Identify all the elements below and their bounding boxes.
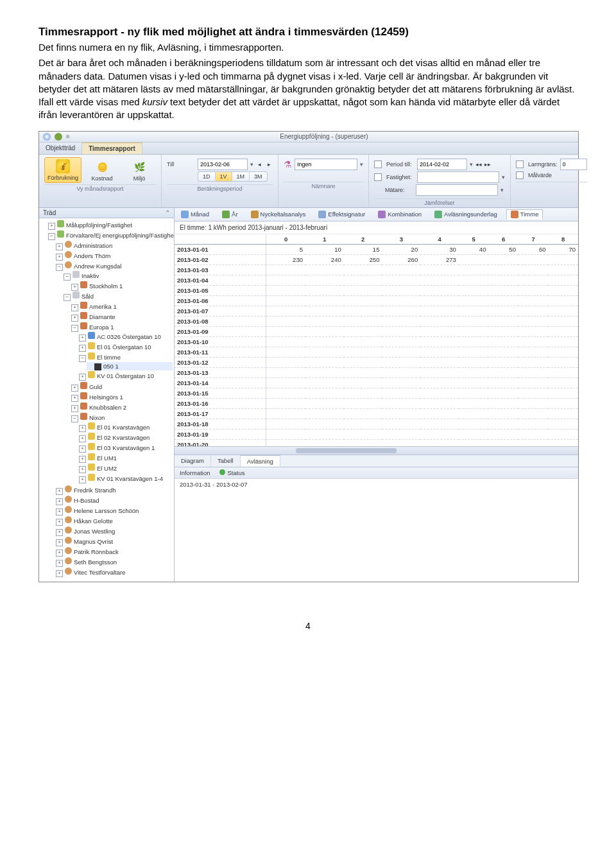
doc-icon — [434, 211, 442, 218]
dropdown-icon[interactable]: ▾ — [501, 187, 504, 193]
tab-objekttrad[interactable]: Objektträd — [39, 143, 82, 154]
fastighet-check[interactable] — [374, 173, 382, 181]
next-icon[interactable]: ▸ — [266, 161, 273, 168]
upper-tabs: Objektträd Timmesrapport — [39, 143, 578, 155]
larmgrans-input[interactable] — [560, 159, 587, 170]
malvarde-check[interactable] — [516, 171, 524, 179]
seg-1d[interactable]: 1D — [198, 172, 216, 181]
flask-icon: ⚗ — [284, 159, 292, 169]
lower-tab-tabell[interactable]: Tabell — [211, 455, 241, 467]
window-title: Energiuppföljning - (superuser) — [280, 133, 368, 140]
till-date-input[interactable] — [198, 159, 248, 170]
status-dot-icon — [219, 469, 225, 475]
status-label[interactable]: Status — [228, 469, 245, 476]
bag-icon: 💰 — [56, 159, 70, 173]
titlebar: ≡ Energiuppföljning - (superuser) — [39, 132, 578, 143]
tab-timme[interactable]: Timme — [506, 209, 543, 220]
period-till-input[interactable] — [417, 159, 467, 170]
info-bar: Information Status — [175, 467, 578, 478]
dropdown-icon[interactable]: ▾ — [250, 161, 253, 168]
matare-label: Mätare: — [385, 187, 413, 193]
dropdown-icon[interactable]: ▾ — [470, 161, 473, 168]
doc-para-2: Det är bara året och månaden i beräkning… — [38, 56, 578, 121]
clock-icon — [511, 211, 518, 218]
dropdown-icon[interactable]: ▾ — [502, 174, 505, 180]
namnare-select[interactable] — [295, 159, 357, 170]
app-window: ≡ Energiuppföljning - (superuser) Objekt… — [38, 131, 579, 582]
combo-icon — [378, 211, 386, 218]
qat-icon[interactable] — [55, 133, 62, 141]
period-segment: 1D 1V 1M 3M — [198, 171, 268, 182]
chart-icon — [251, 211, 259, 218]
app-icon — [43, 133, 51, 141]
report-caption: El timme: 1 kWh period 2013-januari - 20… — [175, 221, 578, 234]
tree-title: Träd — [43, 209, 56, 216]
seg-3m[interactable]: 3M — [250, 172, 267, 181]
larmgrans-label: Larmgräns: — [528, 161, 558, 168]
fastighet-input[interactable] — [417, 171, 499, 183]
lower-tab-avlasning[interactable]: Avläsning — [241, 455, 280, 467]
kostnad-button[interactable]: 🪙 Kostnad — [85, 159, 119, 183]
collapse-icon[interactable]: ⌃ — [165, 209, 170, 216]
larmgrans-check[interactable] — [516, 160, 524, 168]
tab-effekt[interactable]: Effektsignatur — [314, 210, 369, 219]
tab-ar[interactable]: År — [218, 210, 242, 219]
ribbon: 💰 Förbrukning 🪙 Kostnad 🌿 Miljö Vy månad… — [39, 155, 578, 208]
matare-input[interactable] — [416, 184, 498, 196]
malvarde-label: Målvärde — [528, 172, 556, 178]
report-tabs: Månad År Nyckeltalsanalys Effektsignatur… — [175, 208, 578, 221]
doc-para-1: Det finns numera en ny flik, Avläsning, … — [38, 41, 578, 54]
doc-heading: Timmesrapport - ny flik med möjlighet at… — [38, 26, 578, 39]
tab-avlas[interactable]: Avläsningsunderlag — [431, 210, 501, 219]
prev2-icon[interactable]: ◂◂ — [475, 161, 482, 168]
italic-word: kursiv — [142, 96, 167, 107]
lower-tabs: Diagram Tabell Avläsning — [175, 455, 578, 467]
group-caption-vy: Vy månadsrapport — [44, 184, 156, 192]
prev-icon[interactable]: ◂ — [256, 161, 263, 168]
tree-panel: Träd ⌃ +Måluppföljning/Fastighet −Förval… — [39, 208, 175, 582]
info-label[interactable]: Information — [180, 469, 210, 476]
tab-timmesrapport[interactable]: Timmesrapport — [82, 143, 142, 154]
report-panel: Månad År Nyckeltalsanalys Effektsignatur… — [175, 208, 578, 582]
h-scrollbar[interactable] — [175, 446, 578, 455]
dropdown-icon[interactable]: ▾ — [360, 161, 363, 168]
fastighet-label: Fastighet: — [386, 174, 415, 180]
page-number: 4 — [38, 621, 578, 631]
seg-1v[interactable]: 1V — [216, 172, 232, 181]
seg-1m[interactable]: 1M — [232, 172, 250, 181]
group-caption-period: Beräkningsperiod — [167, 184, 273, 192]
miljo-button[interactable]: 🌿 Miljö — [123, 159, 156, 183]
next2-icon[interactable]: ▸▸ — [484, 161, 491, 168]
group-caption-jamforelser: Jämförelser — [374, 198, 505, 206]
hour-grid[interactable]: 012345678 2013-01-0151015203040506070201… — [175, 234, 578, 446]
till-label: Till — [167, 161, 195, 168]
tab-manad[interactable]: Månad — [177, 210, 213, 219]
period-till-check[interactable] — [374, 160, 382, 168]
tree-body[interactable]: +Måluppföljning/Fastighet −Förvaltare/Ej… — [39, 218, 174, 582]
coins-icon: 🪙 — [95, 160, 109, 174]
tab-nyckel[interactable]: Nyckeltalsanalys — [247, 210, 310, 219]
calendar-icon — [222, 211, 230, 218]
calendar-icon — [181, 211, 189, 218]
leaf-icon: 🌿 — [132, 160, 146, 174]
forbrukning-button[interactable]: 💰 Förbrukning — [44, 157, 81, 183]
lower-tab-diagram[interactable]: Diagram — [175, 455, 211, 467]
period-till-label: Period till: — [386, 161, 415, 168]
group-caption-namnare: Nämnare — [284, 182, 363, 189]
status-strip: 2013-01-31 - 2013-02-07 — [175, 478, 578, 490]
tab-kombi[interactable]: Kombination — [374, 210, 425, 219]
scatter-icon — [318, 211, 326, 218]
